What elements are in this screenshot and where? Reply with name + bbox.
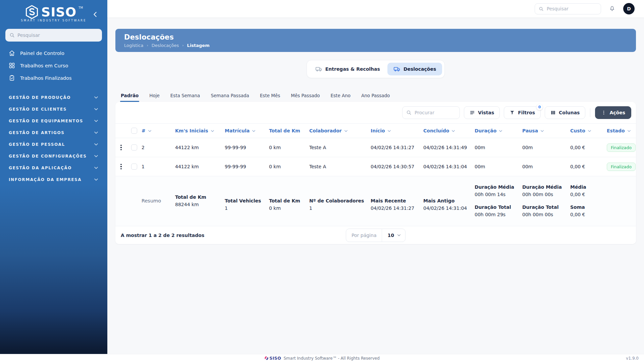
- row-checkbox[interactable]: [131, 144, 137, 150]
- search-icon: [539, 6, 544, 11]
- column-header-custo[interactable]: Custo: [570, 128, 607, 133]
- sort-chevron-icon: [344, 129, 348, 133]
- sidebar: SISO TM SMART INDUSTRY SOFTWARE Painel d…: [0, 0, 107, 354]
- column-header-inicio[interactable]: Início: [371, 128, 423, 133]
- logo-subtitle: SMART INDUSTRY SOFTWARE: [21, 19, 87, 22]
- filtros-count-badge: 0: [536, 104, 543, 110]
- column-header-concluido[interactable]: Concluído: [423, 128, 475, 133]
- notifications-button[interactable]: [608, 5, 616, 12]
- toggle-deslocacoes[interactable]: Deslocações: [387, 63, 442, 75]
- grid-icon: [9, 62, 15, 69]
- cell-total-km: 0 km: [269, 145, 309, 150]
- column-header-estado[interactable]: Estado: [607, 128, 636, 133]
- toggle-entregas-recolhas[interactable]: Entregas & Recolhas: [309, 63, 386, 75]
- tab-esta-semana[interactable]: Esta Semana: [170, 93, 201, 102]
- per-page-select[interactable]: Por página 10: [346, 229, 406, 242]
- page-header-banner: Deslocações Logística › Deslocações › Li…: [115, 29, 636, 52]
- chevron-down-icon: [94, 177, 99, 182]
- cell-colaborador: Teste A: [309, 164, 371, 169]
- dots-vertical-icon: [601, 110, 606, 115]
- sidebar-item-trabalhos-finalizados[interactable]: Trabalhos Finalizados: [0, 72, 107, 84]
- sort-chevron-icon: [540, 129, 544, 133]
- sort-chevron-icon: [252, 129, 256, 133]
- chevron-left-icon: [92, 11, 99, 18]
- column-header-colaborador[interactable]: Colaborador: [309, 128, 371, 133]
- vistas-label: Vistas: [478, 110, 494, 115]
- breadcrumb-deslocacoes[interactable]: Deslocações: [152, 43, 179, 48]
- select-all-checkbox[interactable]: [131, 128, 137, 134]
- cell-concluido: 04/02/26 14:31:49: [423, 145, 475, 150]
- breadcrumb-logistica[interactable]: Logística: [124, 43, 143, 48]
- page-title: Deslocações: [124, 33, 627, 41]
- summary-concluido: Mais Antigo 04/02/26 14:31:04: [423, 198, 475, 211]
- sidebar-section-gestao-de-equipamentos[interactable]: GESTÃO DE EQUIPAMENTOS: [0, 115, 107, 127]
- sidebar-search: [5, 29, 102, 42]
- summary-label: Resumo: [142, 198, 175, 203]
- tab-ano-passado[interactable]: Ano Passado: [361, 93, 390, 102]
- summary-pausa: Duração Média 00h 00m 00s Duração Total …: [522, 184, 570, 217]
- user-avatar[interactable]: D: [623, 3, 635, 14]
- cell-matricula: 99-99-99: [225, 164, 269, 169]
- colunas-button[interactable]: Colunas: [545, 106, 585, 119]
- breadcrumb: Logística › Deslocações › Listagem: [124, 43, 627, 48]
- row-actions-menu-button[interactable]: [115, 145, 127, 150]
- bell-icon: [609, 5, 615, 12]
- row-checkbox[interactable]: [131, 164, 137, 170]
- tab-este-ano[interactable]: Este Ano: [330, 93, 352, 102]
- toolbar-divider: [590, 108, 590, 117]
- summary-duracao: Duração Média 00h 00m 14s Duração Total …: [475, 184, 522, 217]
- topbar: D: [107, 0, 644, 17]
- view-toggle-wrap: Entregas & Recolhas Deslocações: [115, 60, 636, 78]
- section-label: GESTÃO DE PESSOAL: [9, 142, 65, 147]
- sidebar-section-gestao-de-configuracoes[interactable]: GESTÃO DE CONFIGURAÇÕES: [0, 150, 107, 162]
- sidebar-nav: Painel de Controlo Trabalhos em Curso Tr…: [0, 47, 107, 84]
- sidebar-section-informacao-da-empresa[interactable]: INFORMAÇÃO DA EMPRESA: [0, 174, 107, 185]
- topbar-search-input[interactable]: [535, 3, 601, 14]
- sidebar-section-gestao-de-artigos[interactable]: GESTÃO DE ARTIGOS: [0, 127, 107, 138]
- table-summary-row: Resumo Total de Km 88244 km Total Vehicl…: [115, 176, 636, 226]
- section-label: GESTÃO DE CONFIGURAÇÕES: [9, 154, 87, 159]
- column-header-total-de-km: Total de Km: [269, 128, 309, 133]
- list-icon: [470, 110, 475, 115]
- topbar-search: [535, 3, 601, 14]
- sidebar-section-gestao-da-aplicacao[interactable]: GESTÃO DA APLICAÇÃO: [0, 162, 107, 174]
- sidebar-search-input[interactable]: [5, 29, 102, 42]
- tab-mes-passado[interactable]: Mês Passado: [290, 93, 320, 102]
- filtros-label: Filtros: [518, 110, 535, 115]
- sidebar-item-trabalhos-em-curso[interactable]: Trabalhos em Curso: [0, 59, 107, 72]
- cell-custo: 0,00 €: [570, 164, 607, 169]
- vistas-button[interactable]: Vistas: [464, 106, 500, 119]
- filtros-button[interactable]: Filtros 0: [504, 106, 541, 119]
- cell-inicio: 04/02/26 14:30:57: [371, 164, 423, 169]
- home-icon: [9, 50, 15, 56]
- columns-icon: [550, 110, 556, 115]
- column-header-kms-iniciais[interactable]: Km's Iniciais: [175, 128, 225, 133]
- per-page-label: Por página: [346, 233, 382, 238]
- sidebar-collapse-button[interactable]: [91, 11, 99, 19]
- column-header-pausa[interactable]: Pausa: [522, 128, 570, 133]
- footer-brand: SISO: [269, 356, 281, 361]
- sidebar-section-gestao-de-producao[interactable]: GESTÃO DE PRODUÇÃO: [0, 92, 107, 103]
- column-header-num[interactable]: #: [142, 128, 175, 133]
- cell-num: 2: [142, 145, 175, 150]
- cell-pausa: 00m: [522, 164, 570, 169]
- row-actions-menu-button[interactable]: [115, 164, 127, 170]
- tab-este-mes[interactable]: Este Mês: [259, 93, 281, 102]
- table-row: 2 44122 km 99-99-99 0 km Teste A 04/02/2…: [115, 138, 636, 157]
- table-row: 1 44122 km 99-99-99 0 km Teste A 04/02/2…: [115, 157, 636, 176]
- column-header-matricula[interactable]: Matrícula: [225, 128, 269, 133]
- cell-concluido: 04/02/26 14:31:04: [423, 164, 475, 169]
- tab-hoje[interactable]: Hoje: [149, 93, 160, 102]
- tab-padrao[interactable]: Padrão: [120, 93, 139, 102]
- summary-matricula: Total Vehicles 1: [225, 198, 269, 211]
- sidebar-item-painel-de-controlo[interactable]: Painel de Controlo: [0, 47, 107, 59]
- acoes-button[interactable]: Ações: [595, 106, 631, 119]
- chevron-down-icon: [397, 233, 401, 237]
- sort-chevron-icon: [587, 129, 592, 133]
- toggle-label: Entregas & Recolhas: [325, 66, 380, 72]
- column-header-duracao[interactable]: Duração: [475, 128, 522, 133]
- tab-semana-passada[interactable]: Semana Passada: [210, 93, 250, 102]
- funnel-icon: [509, 110, 515, 115]
- sidebar-section-gestao-de-clientes[interactable]: GESTÃO DE CLIENTES: [0, 103, 107, 115]
- sidebar-section-gestao-de-pessoal[interactable]: GESTÃO DE PESSOAL: [0, 138, 107, 150]
